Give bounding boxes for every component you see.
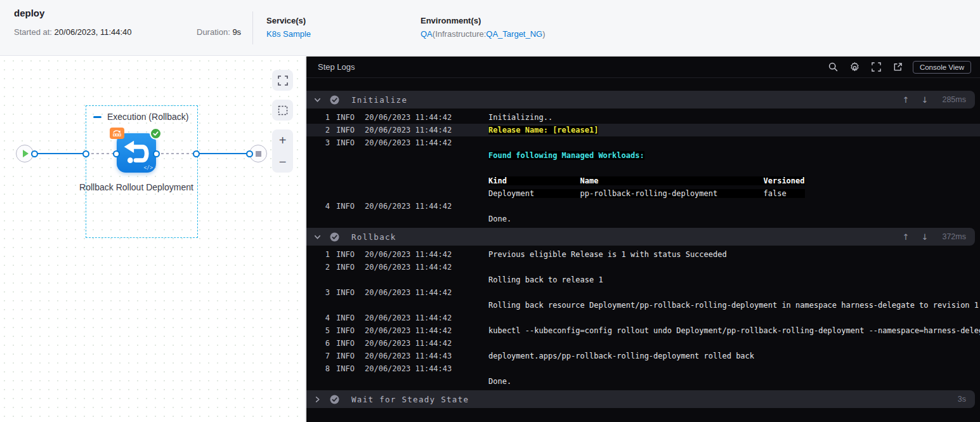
connector-dot[interactable] bbox=[153, 150, 160, 157]
service-link[interactable]: K8s Sample bbox=[266, 29, 311, 39]
connector-dot[interactable] bbox=[193, 150, 200, 157]
scroll-to-top-button[interactable]: ↑ bbox=[896, 232, 915, 242]
step-logs-header: Step Logs Console View bbox=[306, 56, 980, 78]
started-at-label: Started at: bbox=[14, 27, 52, 37]
canvas-zoom-controls: + − bbox=[272, 129, 293, 173]
marquee-select-icon bbox=[278, 105, 288, 115]
search-button[interactable] bbox=[823, 60, 844, 75]
log-line: 3INFO20/06/2023 11:44:42 bbox=[306, 136, 980, 149]
log-line: Found following Managed Workloads: bbox=[306, 149, 980, 162]
fullscreen-icon bbox=[278, 76, 288, 86]
play-icon bbox=[23, 150, 29, 157]
scroll-to-bottom-button[interactable]: ↓ bbox=[915, 232, 934, 242]
zoom-in-button[interactable]: + bbox=[272, 131, 293, 150]
pipeline-edge bbox=[34, 153, 86, 154]
stop-icon bbox=[256, 151, 261, 157]
log-line: 5INFO20/06/2023 11:44:42kubectl --kubeco… bbox=[306, 324, 980, 337]
duration: Duration: 9s bbox=[197, 27, 241, 37]
step-success-check-icon bbox=[330, 95, 339, 105]
started-at: Started at: 20/06/2023, 11:44:40 bbox=[14, 27, 132, 37]
pipeline-edge bbox=[197, 153, 250, 154]
fullscreen-icon bbox=[872, 62, 881, 72]
log-line: Kind Name Versioned bbox=[306, 175, 980, 187]
search-icon bbox=[828, 62, 838, 72]
chevron-down-icon bbox=[313, 233, 322, 241]
log-line: 8INFO20/06/2023 11:44:43 bbox=[306, 362, 980, 375]
page-title: deploy bbox=[14, 8, 44, 18]
execution-header: deploy Started at: 20/06/2023, 11:44:40 … bbox=[0, 0, 980, 56]
connector-dot[interactable] bbox=[113, 150, 120, 157]
log-line: Rolling back resource Deployment/pp-roll… bbox=[306, 299, 980, 312]
console-view-button[interactable]: Console View bbox=[913, 61, 971, 74]
services-column: Service(s) K8s Sample bbox=[266, 16, 311, 39]
gear-icon bbox=[849, 62, 860, 72]
section-duration: 372ms bbox=[938, 232, 966, 241]
step-logs-panel: Step Logs Console View Init bbox=[306, 56, 980, 422]
header-divider bbox=[252, 11, 253, 44]
node-caption: Rollback Rollout Deployment bbox=[53, 181, 219, 194]
environment-link[interactable]: QA bbox=[421, 29, 433, 39]
expand-logs-button[interactable] bbox=[866, 60, 887, 75]
log-line: 1INFO20/06/2023 11:44:42Initializing.. bbox=[306, 111, 980, 124]
log-line: Deployment pp-rollback-rolling-deploymen… bbox=[306, 187, 980, 200]
log-section-header[interactable]: Rollback↑↓372ms bbox=[306, 228, 975, 246]
connector-dot[interactable] bbox=[82, 150, 89, 157]
log-line: 2INFO20/06/2023 11:44:42Release Name: [r… bbox=[306, 124, 980, 136]
log-line: Rolling back to release 1 bbox=[306, 274, 980, 286]
log-line: 3INFO20/06/2023 11:44:42 bbox=[306, 286, 980, 299]
env-suffix: ) bbox=[542, 29, 545, 39]
connector-dot[interactable] bbox=[31, 150, 38, 157]
section-title: Initialize bbox=[351, 95, 407, 105]
execution-group-label: Execution (Rollback) bbox=[107, 112, 188, 122]
step-success-check-icon bbox=[150, 128, 162, 140]
collapse-group-icon[interactable] bbox=[93, 116, 101, 118]
open-in-new-button[interactable] bbox=[887, 60, 909, 75]
duration-label: Duration: bbox=[197, 27, 230, 37]
infrastructure-link[interactable]: QA_Target_NG bbox=[486, 29, 542, 39]
open-in-new-icon bbox=[893, 62, 903, 72]
canvas-fullscreen-button[interactable] bbox=[272, 70, 293, 91]
rollout-deployment-badge-icon bbox=[110, 128, 124, 139]
log-line: 2INFO20/06/2023 11:44:42 bbox=[306, 261, 980, 274]
section-title: Wait for Steady State bbox=[351, 395, 469, 404]
log-section-header[interactable]: Initialize↑↓285ms bbox=[306, 91, 975, 109]
step-logs-title: Step Logs bbox=[318, 62, 355, 72]
settings-button[interactable] bbox=[844, 60, 866, 75]
services-label: Service(s) bbox=[266, 16, 311, 25]
step-success-check-icon bbox=[330, 395, 339, 404]
pipeline-canvas[interactable]: Execution (Rollback) </> bbox=[0, 56, 306, 422]
zoom-out-button[interactable]: − bbox=[272, 152, 293, 171]
chevron-down-icon bbox=[313, 96, 322, 104]
log-line bbox=[306, 162, 980, 175]
log-line: 7INFO20/06/2023 11:44:43deployment.apps/… bbox=[306, 350, 980, 362]
started-at-value: 20/06/2023, 11:44:40 bbox=[55, 27, 132, 37]
environments-label: Environment(s) bbox=[421, 16, 546, 25]
environments-column: Environment(s) QA(Infrastructure:QA_Targ… bbox=[421, 16, 546, 39]
section-duration: 285ms bbox=[938, 95, 966, 104]
duration-value: 9s bbox=[232, 27, 241, 37]
log-line: 4INFO20/06/2023 11:44:42 bbox=[306, 312, 980, 324]
chevron-right-icon bbox=[313, 395, 322, 404]
log-line: Done. bbox=[306, 213, 980, 225]
log-sections: Initialize↑↓285ms1INFO20/06/2023 11:44:4… bbox=[306, 78, 980, 422]
scroll-to-bottom-button[interactable]: ↓ bbox=[915, 95, 934, 105]
log-line: 1INFO20/06/2023 11:44:42Previous eligibl… bbox=[306, 248, 980, 261]
canvas-marquee-select-button[interactable] bbox=[272, 100, 293, 121]
step-success-check-icon bbox=[330, 232, 339, 242]
log-line: 4INFO20/06/2023 11:44:42 bbox=[306, 200, 980, 213]
log-section-header[interactable]: Wait for Steady State3s bbox=[306, 390, 975, 408]
section-title: Rollback bbox=[351, 232, 396, 242]
log-line: 6INFO20/06/2023 11:44:42 bbox=[306, 337, 980, 350]
section-duration: 3s bbox=[938, 395, 966, 404]
scroll-to-top-button[interactable]: ↑ bbox=[896, 95, 915, 105]
connector-dot[interactable] bbox=[246, 150, 253, 157]
code-glyph: </> bbox=[144, 165, 153, 171]
rollback-step-node[interactable]: </> bbox=[117, 133, 156, 173]
log-line: Done. bbox=[306, 375, 980, 388]
env-infra-prefix: (Infrastructure: bbox=[433, 29, 487, 39]
